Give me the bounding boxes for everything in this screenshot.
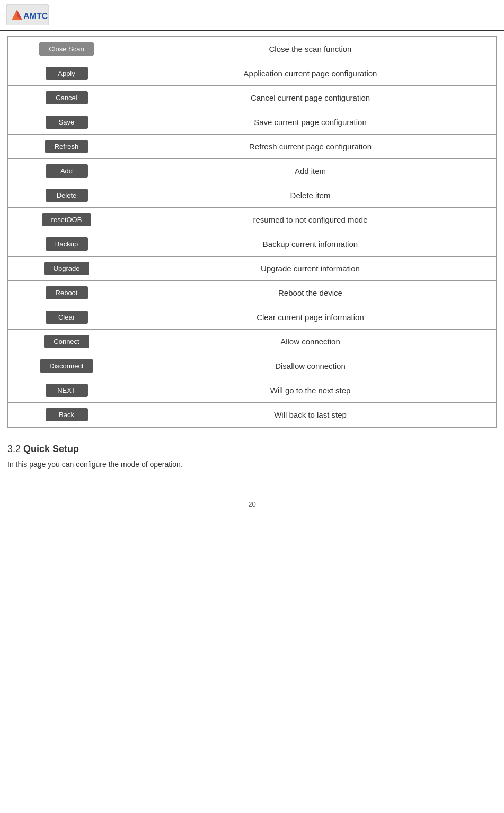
upgrade-button[interactable]: Upgrade bbox=[44, 262, 90, 275]
section-heading: Quick Setup bbox=[23, 444, 79, 454]
next-button[interactable]: NEXT bbox=[46, 384, 88, 397]
description-cell: Refresh current page configuration bbox=[125, 135, 496, 159]
description-cell: Delete item bbox=[125, 183, 496, 208]
button-cell: Save bbox=[8, 110, 125, 135]
table-row: RebootReboot the device bbox=[8, 281, 496, 305]
description-cell: Reboot the device bbox=[125, 281, 496, 305]
clear-button[interactable]: Clear bbox=[46, 311, 88, 324]
table-row: AddAdd item bbox=[8, 159, 496, 183]
button-cell: Cancel bbox=[8, 86, 125, 110]
reboot-button[interactable]: Reboot bbox=[46, 286, 88, 299]
button-cell: Clear bbox=[8, 305, 125, 330]
table-row: ApplyApplication current page configurat… bbox=[8, 61, 496, 86]
amtc-logo: AMTC bbox=[6, 4, 49, 25]
button-cell: Upgrade bbox=[8, 257, 125, 281]
section-number2: 2 bbox=[15, 444, 23, 454]
svg-text:AMTC: AMTC bbox=[23, 12, 48, 21]
table-row: RefreshRefresh current page configuratio… bbox=[8, 135, 496, 159]
button-cell: NEXT bbox=[8, 378, 125, 403]
button-cell: Refresh bbox=[8, 135, 125, 159]
table-row: NEXTWill go to the next step bbox=[8, 378, 496, 403]
section-number: 3. bbox=[7, 444, 15, 454]
description-cell: Cancel current page configuration bbox=[125, 86, 496, 110]
button-cell: Close Scan bbox=[8, 37, 125, 61]
refresh-button[interactable]: Refresh bbox=[45, 140, 89, 153]
button-reference-table: Close ScanClose the scan functionApplyAp… bbox=[7, 36, 497, 428]
description-cell: Application current page configuration bbox=[125, 61, 496, 86]
back-button[interactable]: Back bbox=[46, 408, 88, 421]
button-cell: Add bbox=[8, 159, 125, 183]
page-number: 20 bbox=[0, 500, 504, 508]
table-row: UpgradeUpgrade current information bbox=[8, 257, 496, 281]
description-cell: Upgrade current information bbox=[125, 257, 496, 281]
button-cell: Disconnect bbox=[8, 354, 125, 378]
save-button[interactable]: Save bbox=[46, 116, 88, 129]
table-row: Close ScanClose the scan function bbox=[8, 37, 496, 61]
button-cell: resetOOB bbox=[8, 208, 125, 232]
table-row: SaveSave current page configuration bbox=[8, 110, 496, 135]
table-row: ConnectAllow connection bbox=[8, 330, 496, 354]
description-cell: Clear current page information bbox=[125, 305, 496, 330]
cancel-button[interactable]: Cancel bbox=[46, 91, 88, 104]
table-row: resetOOBresumed to not configured mode bbox=[8, 208, 496, 232]
description-cell: Disallow connection bbox=[125, 354, 496, 378]
connect-button[interactable]: Connect bbox=[44, 335, 89, 348]
button-cell: Connect bbox=[8, 330, 125, 354]
table-row: BackupBackup current information bbox=[8, 232, 496, 257]
button-cell: Reboot bbox=[8, 281, 125, 305]
add-button[interactable]: Add bbox=[46, 164, 88, 178]
button-cell: Backup bbox=[8, 232, 125, 257]
apply-button[interactable]: Apply bbox=[46, 67, 88, 80]
disconnect-button[interactable]: Disconnect bbox=[40, 359, 93, 373]
resetoob-button[interactable]: resetOOB bbox=[42, 213, 92, 226]
description-cell: Will back to last step bbox=[125, 403, 496, 427]
description-cell: Save current page configuration bbox=[125, 110, 496, 135]
description-cell: Close the scan function bbox=[125, 37, 496, 61]
description-cell: resumed to not configured mode bbox=[125, 208, 496, 232]
button-cell: Delete bbox=[8, 183, 125, 208]
description-cell: Allow connection bbox=[125, 330, 496, 354]
table-row: CancelCancel current page configuration bbox=[8, 86, 496, 110]
description-cell: Backup current information bbox=[125, 232, 496, 257]
header: AMTC bbox=[0, 0, 504, 31]
delete-button[interactable]: Delete bbox=[46, 189, 88, 202]
description-cell: Add item bbox=[125, 159, 496, 183]
table-row: DisconnectDisallow connection bbox=[8, 354, 496, 378]
table-row: DeleteDelete item bbox=[8, 183, 496, 208]
backup-button[interactable]: Backup bbox=[46, 237, 88, 251]
section-description: In this page you can configure the mode … bbox=[7, 460, 497, 469]
close-scan-button[interactable]: Close Scan bbox=[39, 42, 93, 56]
table-row: ClearClear current page information bbox=[8, 305, 496, 330]
description-cell: Will go to the next step bbox=[125, 378, 496, 403]
button-cell: Back bbox=[8, 403, 125, 427]
table-row: BackWill back to last step bbox=[8, 403, 496, 427]
section-title: 3.2 Quick Setup bbox=[7, 444, 497, 455]
button-cell: Apply bbox=[8, 61, 125, 86]
